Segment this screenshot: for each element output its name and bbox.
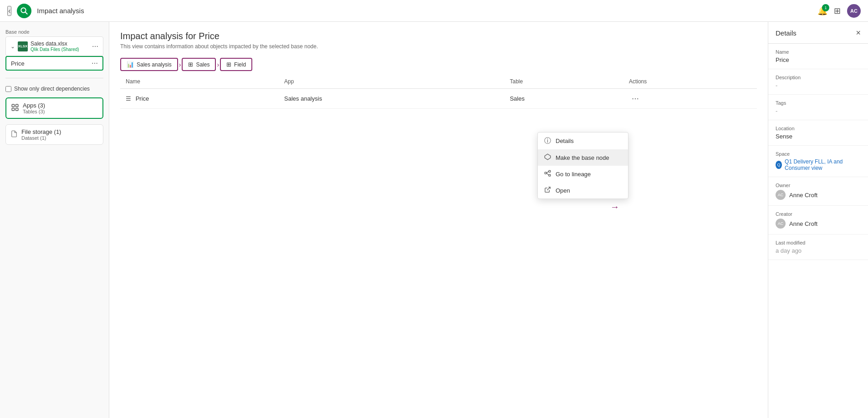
arrow-indicator: → (610, 202, 619, 212)
col-table: Table (504, 75, 623, 89)
col-app: App (279, 75, 504, 89)
svg-marker-6 (545, 154, 551, 160)
svg-rect-9 (549, 174, 551, 176)
breadcrumb-arrow-2: › (217, 61, 219, 68)
cell-app: Sales analysis (279, 89, 504, 109)
breadcrumb-field[interactable]: ⊞ Field (220, 58, 252, 71)
dropdown-make-base-node[interactable]: Make the base node (538, 149, 628, 166)
content-header: Impact analysis for Price This view cont… (109, 22, 768, 54)
direct-deps-checkbox[interactable] (5, 86, 11, 92)
breadcrumb-arrow-1: › (179, 61, 181, 68)
expand-icon[interactable]: ⌄ (10, 43, 15, 50)
lineage-icon (544, 170, 551, 178)
panel-tags-section: Tags - (768, 95, 868, 120)
svg-rect-3 (16, 104, 18, 107)
svg-rect-4 (12, 108, 14, 110)
apps-dep-sub: Tables (3) (23, 109, 98, 114)
logo (17, 4, 31, 18)
breadcrumb-field-label: Field (234, 61, 246, 68)
space-label: Space (776, 151, 861, 157)
avatar[interactable]: AC (847, 4, 861, 18)
direct-deps-checkbox-row: Show only direct dependencies (5, 86, 103, 92)
notification-badge: 1 (822, 4, 829, 11)
base-node-label: Base node (5, 29, 103, 35)
notification-button[interactable]: 🔔 1 (817, 6, 827, 16)
creator-label: Creator (776, 211, 861, 217)
details-panel: Details × Name Price Description - Tags … (768, 22, 868, 418)
apps-grid-button[interactable]: ⊞ (834, 6, 841, 16)
dropdown-details[interactable]: ⓘ Details (538, 133, 628, 149)
svg-rect-8 (549, 170, 551, 172)
content-title: Impact analysis for Price (120, 31, 757, 41)
description-label: Description (776, 75, 861, 80)
svg-line-11 (546, 173, 549, 175)
col-actions: Actions (623, 75, 757, 89)
svg-rect-5 (16, 108, 18, 110)
name-label: Name (776, 49, 861, 55)
owner-name: Anne Croft (789, 192, 817, 199)
panel-title: Details (776, 29, 797, 37)
apps-dep-title: Apps (3) (23, 102, 98, 109)
dropdown-make-base-node-label: Make the base node (556, 154, 609, 161)
row-actions-button[interactable]: ⋯ (629, 93, 642, 104)
file-storage-icon (10, 130, 18, 139)
panel-creator-section: Creator AC Anne Croft (768, 206, 868, 234)
breadcrumb-sales-analysis-label: Sales analysis (137, 61, 172, 68)
price-node: Price ⋯ (5, 56, 103, 71)
panel-location-section: Location Sense (768, 120, 868, 146)
cell-table: Sales (504, 89, 623, 109)
impact-table: Name App Table Actions ☰ Price Sales ana… (120, 75, 757, 109)
base-node-section: Base node ⌄ XLSX Sales data.xlsx Qlik Da… (5, 29, 103, 71)
qlik-logo (17, 4, 31, 18)
info-icon: ⓘ (544, 137, 551, 145)
file-more-button[interactable]: ⋯ (92, 43, 98, 50)
dropdown-open-label: Open (556, 187, 570, 194)
last-modified-value: a day ago (776, 247, 861, 254)
col-name: Name (120, 75, 279, 89)
back-button[interactable]: ‹ (7, 6, 11, 16)
svg-rect-7 (545, 172, 546, 174)
breadcrumb: 📊 Sales analysis › ⊞ Sales › ⊞ Field (109, 54, 768, 75)
breadcrumb-sales[interactable]: ⊞ Sales (182, 58, 216, 71)
svg-line-12 (547, 187, 550, 190)
creator-row: AC Anne Croft (776, 219, 861, 229)
owner-label: Owner (776, 183, 861, 188)
panel-close-button[interactable]: × (856, 28, 861, 38)
price-label: Price (11, 60, 25, 67)
content-area: Impact analysis for Price This view cont… (109, 22, 768, 418)
table-head: Name App Table Actions (120, 75, 757, 89)
topbar: ‹ Impact analysis 🔔 1 ⊞ AC (0, 0, 868, 22)
breadcrumb-sales-label: Sales (196, 61, 209, 68)
dropdown-go-to-lineage-label: Go to lineage (556, 171, 591, 178)
direct-deps-label: Show only direct dependencies (14, 86, 90, 92)
divider (5, 78, 103, 78)
tags-label: Tags (776, 100, 861, 106)
svg-line-1 (26, 12, 28, 14)
chart-icon: 📊 (127, 61, 134, 68)
space-icon: Q (776, 161, 782, 169)
content-subtitle: This view contains information about obj… (120, 43, 757, 50)
breadcrumb-sales-analysis[interactable]: 📊 Sales analysis (120, 58, 178, 71)
panel-space-section: Space Q Q1 Delivery FLL, IA and Consumer… (768, 146, 868, 177)
file-storage-sub: Dataset (1) (21, 135, 98, 141)
last-modified-label: Last modified (776, 240, 861, 245)
dropdown-open[interactable]: Open (538, 182, 628, 199)
location-label: Location (776, 126, 861, 131)
file-storage-dep-card[interactable]: File storage (1) Dataset (1) (5, 124, 103, 145)
cell-name: ☰ Price (120, 89, 279, 109)
xlsx-icon: XLSX (18, 41, 28, 51)
name-value: Price (776, 56, 861, 63)
price-more-button[interactable]: ⋯ (92, 60, 98, 67)
creator-name: Anne Croft (789, 220, 817, 227)
sidebar: Base node ⌄ XLSX Sales data.xlsx Qlik Da… (0, 22, 109, 418)
panel-owner-section: Owner AC Anne Croft (768, 177, 868, 206)
svg-rect-2 (12, 104, 14, 107)
panel-description-section: Description - (768, 69, 868, 95)
dropdown-go-to-lineage[interactable]: Go to lineage (538, 166, 628, 182)
field-icon: ⊞ (226, 61, 231, 68)
file-node: ⌄ XLSX Sales data.xlsx Qlik Data Files (… (5, 36, 103, 56)
row-icon: ☰ (126, 95, 131, 102)
table-row: ☰ Price Sales analysis Sales ⋯ (120, 89, 757, 109)
main-layout: Base node ⌄ XLSX Sales data.xlsx Qlik Da… (0, 22, 868, 418)
apps-dep-card[interactable]: Apps (3) Tables (3) (5, 97, 103, 119)
